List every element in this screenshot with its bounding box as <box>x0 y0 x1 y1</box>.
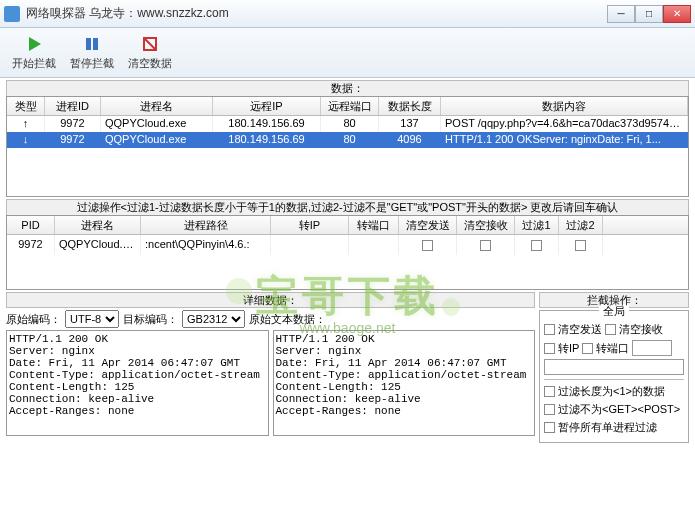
data-grid-header: 类型 进程ID 进程名 远程IP 远程端口 数据长度 数据内容 <box>7 97 688 116</box>
fcol-cr[interactable]: 清空接收 <box>457 216 515 234</box>
detail-text-right[interactable]: HTTP/1.1 200 OK Server: nginx Date: Fri,… <box>273 330 536 436</box>
col-pname[interactable]: 进程名 <box>101 97 213 115</box>
detail-title: 详细数据： <box>6 292 535 308</box>
col-dlen[interactable]: 数据长度 <box>379 97 441 115</box>
data-grid: 类型 进程ID 进程名 远程IP 远程端口 数据长度 数据内容 ↑ 9972 Q… <box>6 96 689 197</box>
app-icon <box>4 6 20 22</box>
checkbox[interactable] <box>480 240 491 251</box>
col-pid[interactable]: 进程ID <box>45 97 101 115</box>
fcol-f1[interactable]: 过滤1 <box>515 216 559 234</box>
maximize-button[interactable]: □ <box>635 5 663 23</box>
start-button[interactable]: 开始拦截 <box>6 31 62 75</box>
checkbox-clear-recv[interactable] <box>605 324 616 335</box>
minimize-button[interactable]: ─ <box>607 5 635 23</box>
fcol-tport[interactable]: 转端口 <box>349 216 399 234</box>
filter-grid-header: PID 进程名 进程路径 转IP 转端口 清空发送 清空接收 过滤1 过滤2 <box>7 216 688 235</box>
col-rip[interactable]: 远程IP <box>213 97 321 115</box>
data-panel-title: 数据： <box>6 80 689 96</box>
pause-label: 暂停拦截 <box>70 56 114 71</box>
checkbox[interactable] <box>531 240 542 251</box>
toolbar: 开始拦截 暂停拦截 清空数据 <box>0 28 695 78</box>
col-type[interactable]: 类型 <box>7 97 45 115</box>
data-grid-body[interactable]: ↑ 9972 QQPYCloud.exe 180.149.156.69 80 1… <box>7 116 688 196</box>
svg-line-4 <box>144 38 156 50</box>
trans-port-input[interactable] <box>632 340 672 356</box>
col-rport[interactable]: 远程端口 <box>321 97 379 115</box>
encode-bar: 原始编码： UTF-8 目标编码： GB2312 原始文本数据： <box>6 308 535 330</box>
pause-button[interactable]: 暂停拦截 <box>64 31 120 75</box>
fcol-pname[interactable]: 进程名 <box>55 216 141 234</box>
filter-grid-body[interactable]: 9972 QQPYCloud.exe :ncent\QQPinyin\4.6.: <box>7 235 688 289</box>
checkbox[interactable] <box>422 240 433 251</box>
data-panel: 数据： 类型 进程ID 进程名 远程IP 远程端口 数据长度 数据内容 ↑ 99… <box>6 80 689 197</box>
fcol-f2[interactable]: 过滤2 <box>559 216 603 234</box>
pause-icon <box>82 34 102 54</box>
start-label: 开始拦截 <box>12 56 56 71</box>
checkbox-pause-all[interactable] <box>544 422 555 433</box>
clear-icon <box>140 34 160 54</box>
window-title: 网络嗅探器 乌龙寺：www.snzzkz.com <box>26 5 607 22</box>
detail-panel: 详细数据： 原始编码： UTF-8 目标编码： GB2312 原始文本数据： H… <box>6 292 535 443</box>
intercept-panel: 拦截操作： 全局 清空发送 清空接收 转IP 转端口 过滤长度为<1>的数据 过… <box>539 292 689 443</box>
bottom-area: 详细数据： 原始编码： UTF-8 目标编码： GB2312 原始文本数据： H… <box>6 292 689 443</box>
orig-enc-select[interactable]: UTF-8 <box>65 310 119 328</box>
raw-text-label: 原始文本数据： <box>249 312 326 327</box>
clear-label: 清空数据 <box>128 56 172 71</box>
filter-panel: 过滤操作<过滤1-过滤数据长度小于等于1的数据,过滤2-过滤不是"GET"或"P… <box>6 199 689 290</box>
play-icon <box>24 34 44 54</box>
fcol-path[interactable]: 进程路径 <box>141 216 271 234</box>
svg-marker-0 <box>29 37 41 51</box>
global-label: 全局 <box>599 304 629 319</box>
close-button[interactable]: ✕ <box>663 5 691 23</box>
checkbox[interactable] <box>575 240 586 251</box>
clear-button[interactable]: 清空数据 <box>122 31 178 75</box>
filter-panel-title: 过滤操作<过滤1-过滤数据长度小于等于1的数据,过滤2-过滤不是"GET"或"P… <box>6 199 689 215</box>
detail-text-left[interactable]: HTTP/1.1 200 OK Server: nginx Date: Fri,… <box>6 330 269 436</box>
col-content[interactable]: 数据内容 <box>441 97 688 115</box>
targ-enc-label: 目标编码： <box>123 312 178 327</box>
svg-rect-1 <box>86 38 91 50</box>
checkbox-trans-port[interactable] <box>582 343 593 354</box>
titlebar: 网络嗅探器 乌龙寺：www.snzzkz.com ─ □ ✕ <box>0 0 695 28</box>
checkbox-trans-ip[interactable] <box>544 343 555 354</box>
filter-grid: PID 进程名 进程路径 转IP 转端口 清空发送 清空接收 过滤1 过滤2 9… <box>6 215 689 290</box>
fcol-pid[interactable]: PID <box>7 216 55 234</box>
fcol-tip[interactable]: 转IP <box>271 216 349 234</box>
checkbox-clear-send[interactable] <box>544 324 555 335</box>
checkbox-filter-len[interactable] <box>544 386 555 397</box>
orig-enc-label: 原始编码： <box>6 312 61 327</box>
trans-ip-input[interactable] <box>544 359 684 375</box>
fcol-cs[interactable]: 清空发送 <box>399 216 457 234</box>
table-row[interactable]: 9972 QQPYCloud.exe :ncent\QQPinyin\4.6.: <box>7 235 688 255</box>
svg-rect-2 <box>93 38 98 50</box>
table-row[interactable]: ↓ 9972 QQPYCloud.exe 180.149.156.69 80 4… <box>7 132 688 148</box>
global-fieldset: 全局 清空发送 清空接收 转IP 转端口 过滤长度为<1>的数据 过滤不为<GE… <box>539 310 689 443</box>
checkbox-filter-method[interactable] <box>544 404 555 415</box>
targ-enc-select[interactable]: GB2312 <box>182 310 245 328</box>
window-controls: ─ □ ✕ <box>607 5 691 23</box>
table-row[interactable]: ↑ 9972 QQPYCloud.exe 180.149.156.69 80 1… <box>7 116 688 132</box>
